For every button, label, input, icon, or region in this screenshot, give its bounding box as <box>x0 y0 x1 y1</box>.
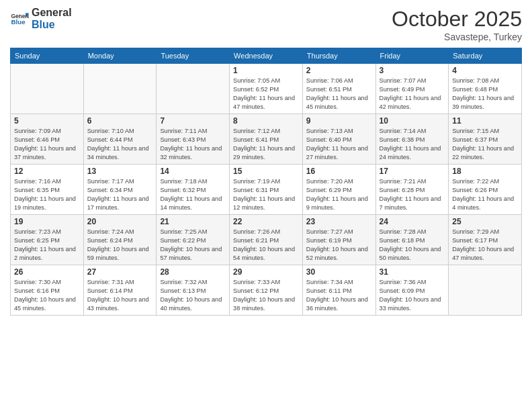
day-info: Sunrise: 7:17 AM Sunset: 6:34 PM Dayligh… <box>87 177 153 212</box>
day-number: 14 <box>160 167 226 176</box>
day-number: 13 <box>87 167 153 176</box>
month-title: October 2025 <box>392 7 522 32</box>
day-info: Sunrise: 7:05 AM Sunset: 6:52 PM Dayligh… <box>233 77 299 111</box>
table-row: 19Sunrise: 7:23 AM Sunset: 6:25 PM Dayli… <box>11 215 84 265</box>
table-row: 18Sunrise: 7:22 AM Sunset: 6:26 PM Dayli… <box>449 165 522 215</box>
table-row: 10Sunrise: 7:14 AM Sunset: 6:38 PM Dayli… <box>375 114 449 165</box>
day-number: 8 <box>233 116 299 126</box>
day-info: Sunrise: 7:29 AM Sunset: 6:17 PM Dayligh… <box>452 228 518 263</box>
day-info: Sunrise: 7:08 AM Sunset: 6:48 PM Dayligh… <box>452 77 518 111</box>
table-row: 7Sunrise: 7:11 AM Sunset: 6:43 PM Daylig… <box>157 114 230 165</box>
table-row <box>83 64 157 114</box>
table-row <box>157 64 230 114</box>
table-row: 17Sunrise: 7:21 AM Sunset: 6:28 PM Dayli… <box>375 165 449 215</box>
svg-text:Blue: Blue <box>11 18 26 26</box>
table-row: 6Sunrise: 7:10 AM Sunset: 6:44 PM Daylig… <box>83 114 157 165</box>
day-info: Sunrise: 7:06 AM Sunset: 6:51 PM Dayligh… <box>306 77 372 111</box>
logo-blue-text: Blue <box>32 19 72 31</box>
calendar-header-row: Sunday Monday Tuesday Wednesday Thursday… <box>11 48 522 64</box>
table-row: 14Sunrise: 7:18 AM Sunset: 6:32 PM Dayli… <box>157 165 230 215</box>
table-row: 16Sunrise: 7:20 AM Sunset: 6:29 PM Dayli… <box>302 165 375 215</box>
day-info: Sunrise: 7:23 AM Sunset: 6:25 PM Dayligh… <box>14 228 80 263</box>
day-info: Sunrise: 7:31 AM Sunset: 6:14 PM Dayligh… <box>87 278 153 313</box>
table-row: 28Sunrise: 7:32 AM Sunset: 6:13 PM Dayli… <box>157 265 230 316</box>
logo: General Blue General Blue <box>10 7 72 30</box>
day-number: 21 <box>160 217 226 226</box>
header-thursday: Thursday <box>302 48 375 64</box>
day-number: 6 <box>87 116 153 126</box>
location-subtitle: Savastepe, Turkey <box>392 32 522 42</box>
calendar-table: Sunday Monday Tuesday Wednesday Thursday… <box>10 48 522 316</box>
day-number: 11 <box>452 116 518 126</box>
day-info: Sunrise: 7:15 AM Sunset: 6:37 PM Dayligh… <box>452 127 518 162</box>
day-number: 29 <box>233 267 299 277</box>
header-saturday: Saturday <box>449 48 522 64</box>
day-number: 30 <box>306 267 372 277</box>
day-info: Sunrise: 7:07 AM Sunset: 6:49 PM Dayligh… <box>380 77 445 111</box>
table-row: 1Sunrise: 7:05 AM Sunset: 6:52 PM Daylig… <box>230 64 303 114</box>
day-number: 10 <box>380 116 445 126</box>
table-row: 2Sunrise: 7:06 AM Sunset: 6:51 PM Daylig… <box>302 64 375 114</box>
day-number: 22 <box>233 217 299 226</box>
day-info: Sunrise: 7:33 AM Sunset: 6:12 PM Dayligh… <box>233 278 299 313</box>
table-row: 5Sunrise: 7:09 AM Sunset: 6:46 PM Daylig… <box>11 114 84 165</box>
day-info: Sunrise: 7:26 AM Sunset: 6:21 PM Dayligh… <box>233 228 299 263</box>
day-info: Sunrise: 7:20 AM Sunset: 6:29 PM Dayligh… <box>306 177 372 212</box>
day-number: 1 <box>233 66 299 75</box>
day-info: Sunrise: 7:21 AM Sunset: 6:28 PM Dayligh… <box>380 177 445 212</box>
day-number: 16 <box>306 167 372 176</box>
table-row: 12Sunrise: 7:16 AM Sunset: 6:35 PM Dayli… <box>11 165 84 215</box>
day-number: 2 <box>306 66 372 75</box>
table-row: 8Sunrise: 7:12 AM Sunset: 6:41 PM Daylig… <box>230 114 303 165</box>
title-block: October 2025 Savastepe, Turkey <box>392 7 522 42</box>
day-number: 7 <box>160 116 226 126</box>
table-row: 31Sunrise: 7:36 AM Sunset: 6:09 PM Dayli… <box>375 265 449 316</box>
day-info: Sunrise: 7:28 AM Sunset: 6:18 PM Dayligh… <box>380 228 445 263</box>
table-row <box>11 64 84 114</box>
day-info: Sunrise: 7:16 AM Sunset: 6:35 PM Dayligh… <box>14 177 80 212</box>
day-info: Sunrise: 7:19 AM Sunset: 6:31 PM Dayligh… <box>233 177 299 212</box>
day-number: 17 <box>380 167 445 176</box>
day-info: Sunrise: 7:10 AM Sunset: 6:44 PM Dayligh… <box>87 127 153 162</box>
day-info: Sunrise: 7:22 AM Sunset: 6:26 PM Dayligh… <box>452 177 518 212</box>
day-number: 23 <box>306 217 372 226</box>
day-info: Sunrise: 7:24 AM Sunset: 6:24 PM Dayligh… <box>87 228 153 263</box>
table-row <box>449 265 522 316</box>
table-row: 26Sunrise: 7:30 AM Sunset: 6:16 PM Dayli… <box>11 265 84 316</box>
day-info: Sunrise: 7:13 AM Sunset: 6:40 PM Dayligh… <box>306 127 372 162</box>
logo-general-text: General <box>32 7 72 19</box>
day-number: 15 <box>233 167 299 176</box>
day-number: 9 <box>306 116 372 126</box>
day-number: 25 <box>452 217 518 226</box>
day-info: Sunrise: 7:12 AM Sunset: 6:41 PM Dayligh… <box>233 127 299 162</box>
header: General Blue General Blue October 2025 S… <box>10 7 522 42</box>
table-row: 23Sunrise: 7:27 AM Sunset: 6:19 PM Dayli… <box>302 215 375 265</box>
day-number: 5 <box>14 116 80 126</box>
table-row: 29Sunrise: 7:33 AM Sunset: 6:12 PM Dayli… <box>230 265 303 316</box>
day-number: 12 <box>14 167 80 176</box>
table-row: 27Sunrise: 7:31 AM Sunset: 6:14 PM Dayli… <box>83 265 157 316</box>
header-wednesday: Wednesday <box>230 48 303 64</box>
table-row: 25Sunrise: 7:29 AM Sunset: 6:17 PM Dayli… <box>449 215 522 265</box>
day-number: 3 <box>380 66 445 75</box>
page: General Blue General Blue October 2025 S… <box>0 0 532 411</box>
calendar-week-row: 5Sunrise: 7:09 AM Sunset: 6:46 PM Daylig… <box>11 114 522 165</box>
table-row: 9Sunrise: 7:13 AM Sunset: 6:40 PM Daylig… <box>302 114 375 165</box>
day-number: 27 <box>87 267 153 277</box>
header-sunday: Sunday <box>11 48 84 64</box>
day-number: 4 <box>452 66 518 75</box>
day-info: Sunrise: 7:09 AM Sunset: 6:46 PM Dayligh… <box>14 127 80 162</box>
day-number: 20 <box>87 217 153 226</box>
table-row: 11Sunrise: 7:15 AM Sunset: 6:37 PM Dayli… <box>449 114 522 165</box>
calendar-week-row: 12Sunrise: 7:16 AM Sunset: 6:35 PM Dayli… <box>11 165 522 215</box>
day-info: Sunrise: 7:11 AM Sunset: 6:43 PM Dayligh… <box>160 127 226 162</box>
table-row: 20Sunrise: 7:24 AM Sunset: 6:24 PM Dayli… <box>83 215 157 265</box>
day-info: Sunrise: 7:27 AM Sunset: 6:19 PM Dayligh… <box>306 228 372 263</box>
table-row: 15Sunrise: 7:19 AM Sunset: 6:31 PM Dayli… <box>230 165 303 215</box>
day-info: Sunrise: 7:25 AM Sunset: 6:22 PM Dayligh… <box>160 228 226 263</box>
table-row: 30Sunrise: 7:34 AM Sunset: 6:11 PM Dayli… <box>302 265 375 316</box>
day-number: 19 <box>14 217 80 226</box>
day-info: Sunrise: 7:14 AM Sunset: 6:38 PM Dayligh… <box>380 127 445 162</box>
day-number: 26 <box>14 267 80 277</box>
calendar-week-row: 26Sunrise: 7:30 AM Sunset: 6:16 PM Dayli… <box>11 265 522 316</box>
